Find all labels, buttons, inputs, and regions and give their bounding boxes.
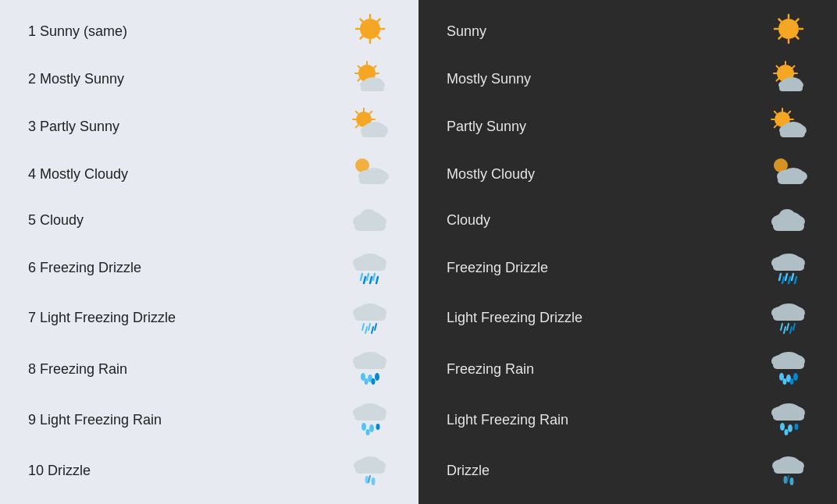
svg-point-159 <box>783 378 787 385</box>
weather-label: Mostly Cloudy <box>447 166 535 183</box>
weather-icon-partly-sunny <box>350 107 390 146</box>
svg-line-94 <box>796 37 799 39</box>
svg-point-78 <box>369 424 374 432</box>
svg-rect-122 <box>780 130 805 137</box>
weather-label: 8 Freezing Rain <box>28 361 127 378</box>
panel-dark: Sunny Mostly Sunny <box>418 0 837 504</box>
svg-rect-131 <box>773 222 804 231</box>
svg-line-50 <box>367 274 369 280</box>
svg-line-96 <box>779 37 782 39</box>
svg-line-53 <box>370 277 372 283</box>
svg-rect-43 <box>354 222 386 231</box>
svg-rect-76 <box>354 413 386 421</box>
weather-row: Cloudy <box>434 198 821 243</box>
svg-point-71 <box>365 378 369 385</box>
svg-line-149 <box>793 324 795 330</box>
svg-line-117 <box>788 112 790 114</box>
svg-point-44 <box>361 209 376 222</box>
svg-line-105 <box>777 79 779 81</box>
svg-line-63 <box>372 327 373 333</box>
svg-point-86 <box>372 477 376 485</box>
weather-label: Freezing Drizzle <box>447 260 548 276</box>
weather-label: 9 Light Freezing Rain <box>28 412 162 428</box>
weather-label: 4 Mostly Cloudy <box>28 166 128 183</box>
svg-rect-39 <box>359 176 386 184</box>
weather-row: 8 Freezing Rain <box>16 343 403 395</box>
svg-line-95 <box>796 20 799 22</box>
weather-row: Light Freezing Drizzle <box>434 293 821 343</box>
weather-label: Mostly Sunny <box>447 71 531 87</box>
svg-point-158 <box>793 373 798 381</box>
svg-rect-155 <box>773 361 804 369</box>
svg-line-87 <box>369 476 370 482</box>
weather-icon-drizzle <box>768 450 809 492</box>
svg-point-167 <box>795 424 799 430</box>
weather-row: Mostly Cloudy <box>434 151 821 198</box>
weather-row: 5 Cloudy <box>16 198 403 243</box>
svg-point-80 <box>366 429 370 435</box>
svg-line-27 <box>356 112 358 114</box>
svg-line-148 <box>787 324 789 330</box>
svg-point-79 <box>376 424 380 430</box>
svg-line-14 <box>358 66 361 69</box>
svg-rect-164 <box>773 413 804 421</box>
weather-row: Freezing Rain <box>434 343 821 395</box>
weather-label: Light Freezing Drizzle <box>447 310 582 326</box>
svg-line-142 <box>795 277 796 283</box>
weather-row: 1 Sunny (same) <box>16 8 403 55</box>
weather-icon-partly-sunny <box>768 107 809 146</box>
weather-label: 2 Mostly Sunny <box>28 71 124 87</box>
weather-icon-light-freezing-rain <box>768 399 809 442</box>
svg-line-62 <box>365 327 367 333</box>
svg-line-60 <box>369 324 370 330</box>
svg-point-165 <box>780 423 785 431</box>
weather-icon-light-freezing-rain <box>350 399 390 442</box>
svg-line-51 <box>373 274 375 280</box>
weather-icon-mostly-sunny <box>768 59 809 98</box>
svg-rect-127 <box>778 176 804 184</box>
weather-label: Cloudy <box>447 212 490 229</box>
weather-icon-mostly-cloudy <box>350 154 390 193</box>
weather-label: 6 Freezing Drizzle <box>28 260 141 276</box>
svg-line-8 <box>361 37 363 39</box>
weather-icon-sunny <box>350 12 390 51</box>
weather-label: Drizzle <box>447 463 490 479</box>
weather-icon-freezing-rain <box>768 347 809 391</box>
svg-rect-67 <box>354 361 386 369</box>
weather-icon-light-freezing-drizzle <box>350 297 390 339</box>
svg-point-168 <box>785 429 789 435</box>
svg-line-52 <box>364 277 365 283</box>
weather-label: 10 Drizzle <box>28 463 91 479</box>
weather-label: 3 Partly Sunny <box>28 119 119 135</box>
svg-point-77 <box>362 423 366 431</box>
svg-line-17 <box>358 79 361 81</box>
svg-line-140 <box>782 277 784 283</box>
svg-rect-58 <box>354 313 386 321</box>
weather-label: Sunny <box>447 23 486 40</box>
svg-line-141 <box>789 277 790 283</box>
weather-label: 1 Sunny (same) <box>28 23 127 40</box>
svg-line-30 <box>356 126 358 128</box>
svg-line-139 <box>792 274 793 280</box>
weather-row: 3 Partly Sunny <box>16 103 403 151</box>
weather-label: Light Freezing Rain <box>447 412 568 428</box>
weather-icon-light-freezing-drizzle <box>768 297 809 339</box>
svg-line-137 <box>779 274 781 280</box>
weather-row: Drizzle <box>434 446 821 496</box>
weather-icon-mostly-cloudy <box>768 154 809 193</box>
weather-label: 5 Cloudy <box>28 212 84 229</box>
weather-label: 7 Light Freezing Drizzle <box>28 310 176 326</box>
weather-icon-freezing-rain <box>350 347 390 391</box>
weather-row: 9 Light Freezing Rain <box>16 395 403 446</box>
main-container: 1 Sunny (same) 2 Mostly Sunny <box>0 0 837 504</box>
svg-line-175 <box>787 476 789 482</box>
weather-row: 2 Mostly Sunny <box>16 55 403 103</box>
weather-row: Mostly Sunny <box>434 55 821 103</box>
svg-line-29 <box>369 112 372 114</box>
svg-point-174 <box>790 477 794 485</box>
svg-line-150 <box>784 327 785 333</box>
weather-icon-drizzle <box>350 450 390 492</box>
svg-rect-109 <box>779 85 803 91</box>
svg-rect-172 <box>774 466 803 474</box>
svg-point-72 <box>372 378 376 385</box>
